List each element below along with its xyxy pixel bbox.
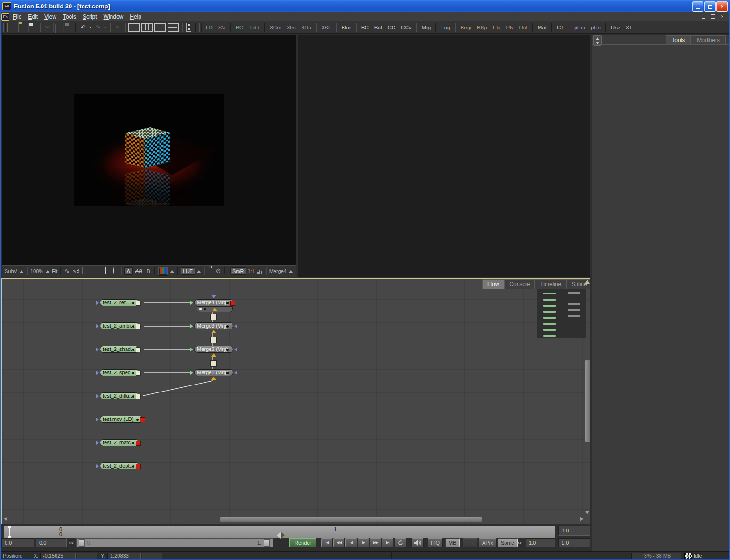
- tool-shortcut-rsz[interactable]: Rsz: [608, 25, 623, 30]
- global-start-field[interactable]: 0.0: [1, 538, 34, 547]
- rewind-button[interactable]: ◀◀: [333, 538, 345, 547]
- left-viewer[interactable]: [2, 35, 296, 266]
- tool-shortcut-sv[interactable]: SV: [216, 25, 228, 30]
- subview-dropdown-icon[interactable]: [20, 270, 23, 273]
- range-start-handle[interactable]: [79, 539, 85, 547]
- tool-shortcut-3im[interactable]: 3Im: [284, 25, 299, 30]
- tool-shortcut-3sl[interactable]: 3SL: [319, 25, 334, 30]
- node-merge3[interactable]: Merge3 (Mrg): [194, 322, 233, 329]
- flow-scroll-down-icon[interactable]: [585, 511, 590, 514]
- global-end-field[interactable]: 0.0: [36, 538, 67, 547]
- child-restore-button[interactable]: [709, 13, 717, 20]
- tool-shortcut-3rn[interactable]: 3Rn: [299, 25, 314, 30]
- connection-junction[interactable]: [210, 314, 217, 320]
- tool-shortcut-prn[interactable]: pRn: [588, 25, 604, 30]
- collapse-range-button[interactable]: <<: [69, 540, 74, 546]
- node-merge4[interactable]: Merge4 (Mrg): [194, 299, 233, 306]
- wand-tool-icon[interactable]: [98, 268, 102, 274]
- menu-help[interactable]: Help: [126, 13, 145, 21]
- tool-shortcut-elp[interactable]: Elp: [490, 25, 504, 30]
- tab-tools[interactable]: Tools: [666, 35, 691, 44]
- channel-a-button[interactable]: A: [124, 267, 132, 275]
- checker-underlay-icon[interactable]: [224, 268, 228, 274]
- node-test-mov-ld[interactable]: test.mov (LD): [100, 416, 143, 423]
- flow-navigator[interactable]: [537, 289, 586, 338]
- menu-tools[interactable]: Tools: [60, 13, 79, 21]
- playhead[interactable]: [9, 526, 10, 538]
- speed-field-2[interactable]: 1.0: [558, 538, 590, 547]
- tool-shortcut-rct[interactable]: Rct: [516, 25, 530, 30]
- tool-shortcut-ccv[interactable]: CCv: [398, 25, 414, 30]
- tool-shortcut-bol[interactable]: Bol: [372, 25, 385, 30]
- minimize-button[interactable]: [692, 1, 703, 12]
- node-test-2-ambi[interactable]: test_2_ambi...: [100, 322, 139, 329]
- layout-4-button[interactable]: [168, 23, 179, 32]
- levels-icon[interactable]: [257, 268, 262, 274]
- tools-drag-handle[interactable]: [199, 23, 202, 32]
- lut-dropdown-icon[interactable]: [197, 270, 201, 273]
- zoom-level[interactable]: 100%: [29, 268, 44, 274]
- tool-shortcut-ld[interactable]: LD: [203, 25, 216, 30]
- tool-shortcut-blur[interactable]: Blur: [338, 25, 353, 30]
- undo-button[interactable]: ↶: [78, 23, 88, 32]
- layout-1-button[interactable]: [128, 23, 140, 32]
- menu-file[interactable]: File: [9, 13, 25, 21]
- undo-dropdown-icon[interactable]: [89, 27, 92, 28]
- node-test-2-spec[interactable]: test_2_spec...: [100, 369, 139, 376]
- flow-scroll-right-icon[interactable]: [580, 517, 583, 521]
- layout-3-button[interactable]: [154, 23, 166, 32]
- flow-scroll-left-icon[interactable]: [4, 517, 7, 521]
- range-slider[interactable]: 0. 1.: [76, 538, 273, 547]
- toggle-aprx[interactable]: APrx: [479, 538, 497, 547]
- render-end-field[interactable]: 0.0: [558, 526, 590, 536]
- speed-field[interactable]: 1.0: [526, 538, 555, 547]
- node-output-port[interactable]: [136, 441, 141, 446]
- rgb-dropdown-icon[interactable]: [170, 270, 174, 273]
- node-test-2-matc[interactable]: test_2_matc...: [100, 439, 139, 446]
- lut-button[interactable]: LUT: [181, 267, 195, 275]
- child-minimize-button[interactable]: [700, 13, 708, 20]
- node-merge2[interactable]: Merge2 (Mrg): [194, 346, 233, 353]
- smooth-resize-button[interactable]: SmR: [230, 267, 246, 275]
- layout-2-button[interactable]: [141, 23, 153, 32]
- node-output-port[interactable]: [136, 464, 141, 469]
- flow-vscroll-thumb[interactable]: [585, 360, 590, 442]
- node-output-port[interactable]: [136, 324, 141, 329]
- tool-shortcut-cc[interactable]: CC: [385, 25, 398, 30]
- flow-editor[interactable]: test_2_refl....test_2_ambi...test_2_shad…: [1, 278, 590, 524]
- tool-shortcut-bc[interactable]: BC: [358, 25, 372, 30]
- open-comp-button[interactable]: [18, 23, 27, 32]
- close-button[interactable]: ×: [716, 1, 728, 12]
- play-button[interactable]: ▶: [358, 538, 369, 547]
- view-selector[interactable]: Merge4: [268, 268, 288, 274]
- line-tool-icon[interactable]: [90, 268, 95, 274]
- tool-shortcut-mat[interactable]: Mat: [535, 25, 549, 30]
- gradient-tool-icon[interactable]: [82, 268, 87, 274]
- lock-icon[interactable]: [208, 268, 213, 274]
- toggle-some[interactable]: Some: [498, 538, 518, 547]
- view-selector-dropdown-icon[interactable]: [289, 270, 293, 273]
- new-comp-button[interactable]: [7, 23, 17, 32]
- audio-button[interactable]: [412, 538, 424, 547]
- ellipse-tool-icon[interactable]: [113, 268, 118, 274]
- node-test-2-refl[interactable]: test_2_refl....: [100, 299, 139, 306]
- go-end-button[interactable]: ▶|: [382, 538, 393, 547]
- tool-shortcut-bmp[interactable]: Bmp: [457, 25, 474, 30]
- tab-flow[interactable]: Flow: [482, 279, 504, 289]
- toolbar-toggle-button[interactable]: [186, 23, 191, 32]
- tool-shortcut-mrg[interactable]: Mrg: [419, 25, 434, 30]
- save-comp-button[interactable]: [28, 23, 37, 32]
- tab-modifiers[interactable]: Modifiers: [691, 35, 726, 44]
- bspline-tool-icon[interactable]: ∿B: [72, 268, 79, 274]
- node-merge1[interactable]: Merge1 (Mrg): [194, 369, 233, 376]
- tool-shortcut-xf[interactable]: Xf: [623, 25, 634, 30]
- node-test-2-shad[interactable]: test_2_shad...: [100, 346, 139, 353]
- node-output-port[interactable]: [136, 347, 141, 352]
- menu-script[interactable]: Script: [79, 13, 100, 21]
- channel-b-button[interactable]: B: [145, 268, 152, 274]
- channel-ab-button[interactable]: AB: [133, 268, 144, 274]
- menu-edit[interactable]: Edit: [25, 13, 41, 21]
- connection-junction[interactable]: [210, 337, 217, 343]
- show-controls-icon[interactable]: ∅: [216, 268, 220, 274]
- one-to-one-button[interactable]: 1:1: [246, 268, 255, 274]
